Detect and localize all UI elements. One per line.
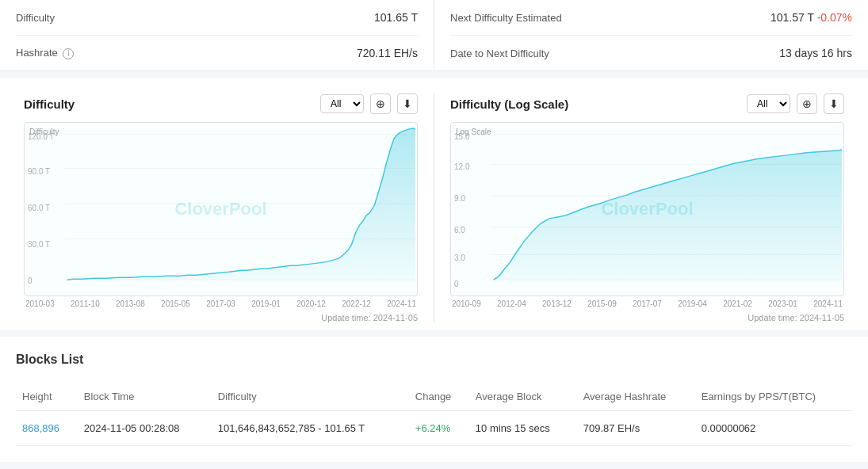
y-label-120: 120.0 T	[28, 132, 55, 141]
cell-difficulty: 101,646,843,652,785 - 101.65 T	[212, 411, 409, 446]
height-link[interactable]: 868,896	[22, 422, 59, 434]
col-height: Height	[16, 383, 78, 411]
table-row: 868,896 2024-11-05 00:28:08 101,646,843,…	[16, 411, 852, 446]
hashrate-info-icon[interactable]: i	[63, 48, 74, 59]
difficulty-chart-controls: All 1Y 3M ⊕ ⬇	[320, 93, 418, 114]
col-change: Change	[409, 383, 469, 411]
cell-block-time: 2024-11-05 00:28:08	[78, 411, 212, 446]
next-difficulty-stat-row: Next Difficulty Estimated 101.57 T -0.07…	[450, 0, 852, 36]
difficulty-time-filter[interactable]: All 1Y 3M	[320, 94, 364, 113]
log-y-9: 9.0	[454, 194, 465, 203]
next-difficulty-date-stat-row: Date to Next Difficulty 13 days 16 hrs	[450, 36, 852, 71]
cell-change: +6.24%	[409, 411, 469, 446]
hashrate-stat-row: Hashrate i 720.11 EH/s	[16, 36, 418, 71]
difficulty-chart-header: Difficulty All 1Y 3M ⊕ ⬇	[24, 93, 418, 114]
stats-right: Next Difficulty Estimated 101.57 T -0.07…	[434, 0, 868, 71]
log-time-filter[interactable]: All 1Y 3M	[747, 94, 790, 113]
cell-avg-block: 10 mins 15 secs	[469, 411, 577, 446]
next-difficulty-value: 101.57 T -0.07%	[770, 11, 852, 24]
blocks-list-title: Blocks List	[16, 353, 852, 367]
log-y-3: 3.0	[454, 254, 465, 262]
difficulty-value: 101.65 T	[374, 11, 418, 24]
difficulty-zoom-btn[interactable]: ⊕	[370, 93, 391, 114]
col-earnings: Earnings by PPS/T(BTC)	[695, 383, 852, 411]
difficulty-chart-area: Difficulty 120.0 T 90.0 T 60.0 T 30.0 T …	[24, 122, 418, 296]
difficulty-download-btn[interactable]: ⬇	[397, 93, 418, 114]
log-y-12: 12.0	[454, 162, 469, 171]
log-y-0: 0	[454, 280, 459, 288]
log-chart-svg	[451, 123, 843, 296]
col-avg-block: Average Block	[469, 383, 577, 411]
next-difficulty-label: Next Difficulty Estimated	[450, 12, 562, 24]
difficulty-chart-title: Difficulty	[24, 97, 75, 111]
log-chart-header: Difficulty (Log Scale) All 1Y 3M ⊕ ⬇	[450, 93, 844, 114]
cell-earnings: 0.00000062	[695, 411, 852, 446]
difficulty-label: Difficulty	[16, 12, 55, 24]
cell-height: 868,896	[16, 411, 78, 446]
blocks-table-body: 868,896 2024-11-05 00:28:08 101,646,843,…	[16, 411, 852, 446]
difficulty-x-labels: 2010-03 2011-10 2013-08 2015-05 2017-03 …	[24, 299, 418, 308]
blocks-table: Height Block Time Difficulty Change Aver…	[16, 383, 852, 446]
cell-avg-hashrate: 709.87 EH/s	[577, 411, 695, 446]
y-label-60: 60.0 T	[28, 204, 50, 212]
blocks-section: Blocks List Height Block Time Difficulty…	[0, 337, 868, 462]
top-stats-bar: Difficulty 101.65 T Hashrate i 720.11 EH…	[0, 0, 868, 71]
stats-left: Difficulty 101.65 T Hashrate i 720.11 EH…	[0, 0, 434, 71]
col-difficulty: Difficulty	[212, 383, 409, 411]
y-label-0: 0	[28, 276, 33, 285]
log-chart-controls: All 1Y 3M ⊕ ⬇	[747, 93, 844, 114]
log-y-6: 6.0	[454, 226, 465, 234]
next-difficulty-date-label: Date to Next Difficulty	[450, 48, 549, 59]
next-difficulty-date-value: 13 days 16 hrs	[779, 47, 852, 59]
hashrate-label: Hashrate i	[16, 47, 74, 59]
log-download-btn[interactable]: ⬇	[824, 93, 844, 114]
change-value: +6.24%	[415, 422, 450, 434]
log-chart-container: Difficulty (Log Scale) All 1Y 3M ⊕ ⬇ Log…	[434, 93, 852, 322]
log-chart-title: Difficulty (Log Scale)	[450, 97, 568, 111]
log-x-labels: 2010-09 2012-04 2013-12 2015-09 2017-07 …	[450, 299, 844, 308]
charts-section: Difficulty All 1Y 3M ⊕ ⬇ Difficulty 120.…	[0, 78, 868, 330]
log-zoom-btn[interactable]: ⊕	[797, 93, 817, 114]
log-chart-area: Log Scale 15.0 12.0 9.0 6.0 3.0 0	[450, 122, 844, 296]
col-block-time: Block Time	[78, 383, 212, 411]
log-y-15: 15.0	[454, 132, 469, 141]
hashrate-value: 720.11 EH/s	[357, 47, 418, 59]
y-label-90: 90.0 T	[28, 167, 50, 176]
difficulty-stat-row: Difficulty 101.65 T	[16, 0, 418, 36]
difficulty-chart-container: Difficulty All 1Y 3M ⊕ ⬇ Difficulty 120.…	[16, 93, 434, 322]
col-avg-hashrate: Average Hashrate	[577, 383, 695, 411]
log-update-time: Update time: 2024-11-05	[450, 313, 844, 322]
difficulty-update-time: Update time: 2024-11-05	[24, 313, 418, 322]
difficulty-chart-svg	[25, 123, 417, 296]
y-label-30: 30.0 T	[28, 240, 50, 249]
next-difficulty-change: -0.07%	[817, 11, 852, 24]
blocks-table-header: Height Block Time Difficulty Change Aver…	[16, 383, 852, 411]
